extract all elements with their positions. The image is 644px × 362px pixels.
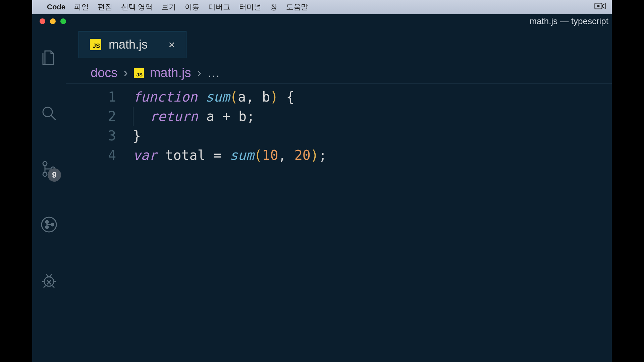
search-icon[interactable] xyxy=(40,104,58,123)
breadcrumb-file[interactable]: math.js xyxy=(150,66,191,80)
svg-point-1 xyxy=(597,5,600,7)
close-window-button[interactable] xyxy=(40,18,45,24)
traffic-lights xyxy=(32,18,66,24)
line-number: 2 xyxy=(66,107,116,126)
menu-view[interactable]: 보기 xyxy=(161,2,176,12)
explorer-icon[interactable] xyxy=(40,48,58,67)
code-line: var total = sum(10, 20); xyxy=(133,145,612,165)
debug-icon[interactable] xyxy=(40,271,58,290)
gitlens-icon[interactable] xyxy=(40,215,58,234)
menu-file[interactable]: 파일 xyxy=(74,2,89,12)
svg-line-3 xyxy=(51,115,56,120)
js-file-icon: JS xyxy=(90,39,101,50)
menu-debug[interactable]: 디버그 xyxy=(208,2,230,12)
line-number: 4 xyxy=(66,145,116,165)
chevron-right-icon: › xyxy=(123,66,128,80)
chevron-right-icon: › xyxy=(197,66,201,80)
close-tab-icon[interactable]: × xyxy=(168,38,175,51)
line-number: 1 xyxy=(66,87,116,107)
code-editor[interactable]: 1 2 3 4 function sum(a, b) { return a + … xyxy=(66,84,612,165)
breadcrumb[interactable]: docs › JS math.js › … xyxy=(66,58,612,84)
line-number-gutter: 1 2 3 4 xyxy=(66,87,133,165)
svg-point-10 xyxy=(51,223,54,226)
screen-record-icon[interactable] xyxy=(594,2,606,12)
tab-math-js[interactable]: JS math.js × xyxy=(78,31,186,58)
tab-filename: math.js xyxy=(109,38,148,52)
activity-bar: 9 xyxy=(32,28,66,362)
code-content[interactable]: function sum(a, b) { return a + b; } var… xyxy=(133,87,612,165)
menu-selection[interactable]: 선택 영역 xyxy=(121,2,153,12)
source-control-icon[interactable]: 9 xyxy=(40,160,58,178)
editor-tabs: JS math.js × xyxy=(66,28,612,58)
menu-help[interactable]: 도움말 xyxy=(286,2,308,12)
svg-point-5 xyxy=(43,172,47,176)
scm-badge: 9 xyxy=(48,168,61,182)
code-line: return a + b; xyxy=(133,107,612,126)
window-titlebar: math.js — typescript xyxy=(32,14,612,28)
svg-point-2 xyxy=(43,107,52,117)
macos-menubar: Code 파일 편집 선택 영역 보기 이동 디버그 터미널 창 도움말 xyxy=(32,0,612,14)
svg-point-8 xyxy=(46,221,48,223)
js-file-icon: JS xyxy=(134,68,144,78)
line-number: 3 xyxy=(66,126,116,145)
menu-edit[interactable]: 편집 xyxy=(98,2,112,12)
app-menu[interactable]: Code xyxy=(47,3,65,11)
svg-point-4 xyxy=(43,162,47,166)
window-title: math.js — typescript xyxy=(529,16,612,26)
zoom-window-button[interactable] xyxy=(60,18,66,24)
menu-go[interactable]: 이동 xyxy=(185,2,200,12)
minimize-window-button[interactable] xyxy=(50,18,56,24)
menu-window[interactable]: 창 xyxy=(270,2,277,12)
breadcrumb-ellipsis[interactable]: … xyxy=(207,66,220,80)
breadcrumb-folder[interactable]: docs xyxy=(91,66,117,80)
code-line: } xyxy=(133,126,612,145)
code-line: function sum(a, b) { xyxy=(133,87,612,107)
vscode-window: math.js — typescript 9 xyxy=(32,14,612,362)
svg-point-9 xyxy=(46,226,48,229)
menu-terminal[interactable]: 터미널 xyxy=(239,2,261,12)
